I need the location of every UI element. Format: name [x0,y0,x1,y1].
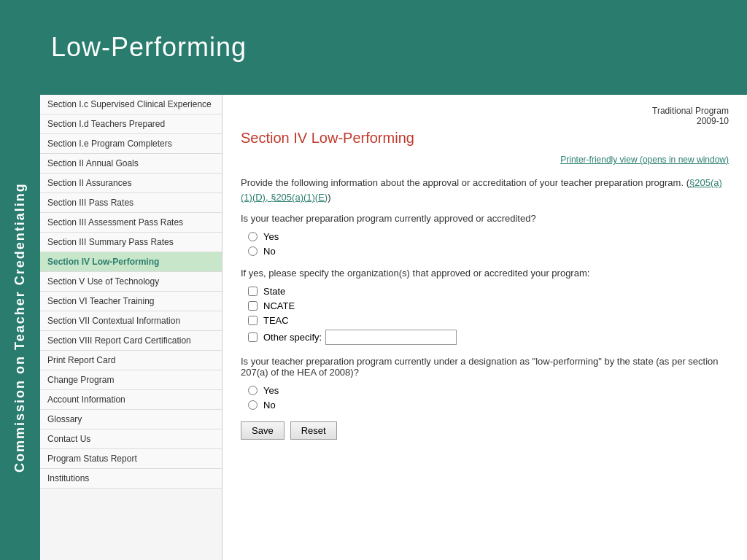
nav-item-0[interactable]: Section I.c Supervised Clinical Experien… [40,95,222,114]
page-title: Low-Performing [51,32,247,63]
q3-yes-radio[interactable] [248,386,258,395]
printer-link-container: Printer-friendly view (opens in new wind… [241,154,729,165]
q1-radio-group: Yes No [248,231,729,257]
program-type: Traditional Program [652,106,729,116]
q2-other-checkbox[interactable] [248,332,258,342]
nav-item-9[interactable]: Section V Use of Technology [40,272,222,292]
q3-yes-label[interactable]: Yes [248,385,729,396]
nav-item-4[interactable]: Section II Assurances [40,174,222,193]
nav-item-16[interactable]: Glossary [40,410,222,429]
q1-yes-label[interactable]: Yes [248,231,729,242]
program-year: 2009-10 [697,116,729,126]
q2-other-text: Other specify: [263,332,322,343]
nav-item-3[interactable]: Section II Annual Goals [40,154,222,174]
nav-item-5[interactable]: Section III Pass Rates [40,193,222,213]
nav-item-12[interactable]: Section VIII Report Card Certification [40,331,222,351]
save-button[interactable]: Save [241,421,285,440]
q1-yes-radio[interactable] [248,232,258,241]
reset-button[interactable]: Reset [290,421,337,440]
q3-radio-group: Yes No [248,385,729,411]
q2-other-label[interactable]: Other specify: [248,330,729,345]
nav-column: Section I.c Supervised Clinical Experien… [40,95,222,560]
sidebar-label: Commission on Teacher Credentialing [0,95,40,560]
question3: Is your teacher preparation program curr… [241,356,729,378]
nav-item-14[interactable]: Change Program [40,370,222,390]
top-bar: Low-Performing [0,0,747,95]
nav-item-1[interactable]: Section I.d Teachers Prepared [40,114,222,134]
question1: Is your teacher preparation program curr… [241,213,729,224]
q1-no-label[interactable]: No [248,246,729,257]
nav-item-6[interactable]: Section III Assessment Pass Rates [40,213,222,233]
q2-other-input[interactable] [325,330,457,345]
q2-teac-label[interactable]: TEAC [248,315,729,326]
q2-checkbox-group: State NCATE TEAC Other specify: [248,286,729,345]
nav-item-8[interactable]: Section IV Low-Performing [40,252,222,272]
content-area: Traditional Program 2009-10 Section IV L… [222,95,747,560]
button-row: Save Reset [241,421,729,440]
program-info: Traditional Program 2009-10 [241,106,729,126]
q3-no-label[interactable]: No [248,400,729,411]
q2-ncate-checkbox[interactable] [248,301,258,311]
q2-state-label[interactable]: State [248,286,729,297]
nav-item-13[interactable]: Print Report Card [40,351,222,370]
q1-no-radio[interactable] [248,246,258,256]
intro-text: Provide the following information about … [241,176,729,204]
main-area: Commission on Teacher Credentialing Sect… [0,95,747,560]
nav-item-19[interactable]: Institutions [40,469,222,489]
nav-item-11[interactable]: Section VII Contextual Information [40,311,222,331]
q2-teac-checkbox[interactable] [248,316,258,325]
nav-item-17[interactable]: Contact Us [40,429,222,449]
q2-ncate-label[interactable]: NCATE [248,300,729,311]
section-title: Section IV Low-Performing [241,130,729,147]
q2-state-checkbox[interactable] [248,287,258,296]
nav-item-10[interactable]: Section VI Teacher Training [40,292,222,311]
nav-item-7[interactable]: Section III Summary Pass Rates [40,233,222,252]
nav-item-2[interactable]: Section I.e Program Completers [40,134,222,154]
q3-no-radio[interactable] [248,400,258,410]
question2: If yes, please specify the organization(… [241,268,729,279]
printer-link[interactable]: Printer-friendly view (opens in new wind… [560,155,729,165]
nav-item-18[interactable]: Program Status Report [40,449,222,469]
nav-item-15[interactable]: Account Information [40,390,222,410]
